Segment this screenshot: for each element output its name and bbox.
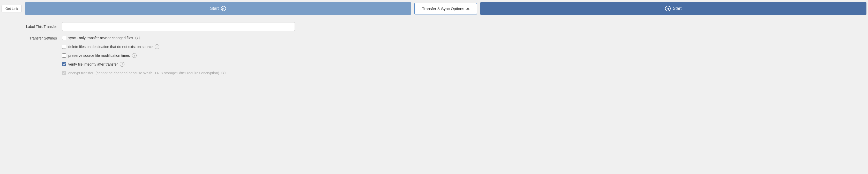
preserve-info-icon[interactable]: i — [132, 53, 136, 58]
checkbox-list: sync - only transfer new or changed file… — [62, 36, 226, 75]
verify-checkbox[interactable] — [62, 62, 66, 66]
encrypt-info-icon: i — [221, 71, 226, 75]
list-item: delete files on destination that do not … — [62, 44, 226, 49]
sync-checkbox[interactable] — [62, 36, 66, 40]
start-left-button[interactable]: Start ▶ — [25, 2, 411, 15]
chevron-up-icon — [466, 7, 469, 9]
list-item: verify file integrity after transfer i — [62, 62, 226, 67]
label-transfer-input[interactable] — [62, 22, 295, 31]
start-left-label: Start — [210, 6, 219, 11]
preserve-checkbox[interactable] — [62, 54, 66, 58]
verify-label: verify file integrity after transfer — [68, 62, 118, 66]
transfer-settings-label: Transfer Settings — [10, 36, 62, 40]
delete-checkbox[interactable] — [62, 45, 66, 49]
back-icon: ◀ — [665, 6, 671, 11]
list-item: preserve source file modification times … — [62, 53, 226, 58]
list-item: sync - only transfer new or changed file… — [62, 36, 226, 40]
verify-info-icon[interactable]: i — [120, 62, 124, 67]
sync-info-icon[interactable]: i — [135, 36, 140, 40]
encrypt-note: (cannot be changed because Wash U RIS st… — [95, 71, 219, 75]
label-transfer-label: Label This Transfer — [10, 25, 62, 29]
sync-label: sync - only transfer new or changed file… — [68, 36, 133, 40]
preserve-label: preserve source file modification times — [68, 54, 130, 58]
start-right-label: Start — [673, 6, 682, 11]
delete-label: delete files on destination that do not … — [68, 45, 153, 49]
encrypt-label: encrypt transfer — [68, 71, 93, 75]
delete-info-icon[interactable]: i — [155, 44, 159, 49]
get-link-button[interactable]: Get Link — [2, 5, 22, 12]
play-icon: ▶ — [221, 6, 226, 11]
start-right-button[interactable]: ◀ Start — [480, 2, 866, 15]
list-item: encrypt transfer (cannot be changed beca… — [62, 71, 226, 75]
transfer-sync-label: Transfer & Sync Options — [422, 6, 464, 11]
transfer-sync-button[interactable]: Transfer & Sync Options — [414, 3, 477, 14]
encrypt-checkbox — [62, 71, 66, 75]
